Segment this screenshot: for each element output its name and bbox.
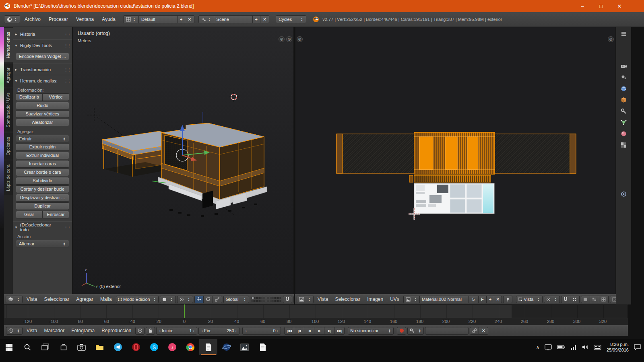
close-button[interactable]: ✕ [610,0,629,12]
timeline-scrub-area[interactable] [4,304,628,318]
touch-keyboard-icon[interactable] [594,345,601,350]
split-area-widget[interactable]: ⊕ [297,36,303,42]
editor-type-button[interactable] [297,296,314,303]
preview-range-toggle[interactable] [135,327,144,335]
make-edge-face-button[interactable]: Crear borde o cara [16,169,69,176]
jump-to-end-button[interactable]: ▶▶| [334,327,345,335]
loop-cut-slide-button[interactable]: Cortar y deslizar bucle [16,185,69,193]
scene-add-button[interactable]: + [253,15,260,23]
layout-add-button[interactable]: + [178,15,185,23]
layout-name[interactable]: Default [139,15,178,23]
tab-physics-icon[interactable] [619,189,628,198]
action-dropdown[interactable]: Alternar [16,240,69,247]
edge-slide-button[interactable]: Deslizar b [16,93,43,101]
scene-browse-button[interactable] [198,15,214,23]
inset-faces-button[interactable]: Insertar caras [16,160,69,168]
photos-app-button[interactable] [235,339,254,355]
camera-app-button[interactable] [72,339,91,355]
menu-procesar[interactable]: Procesar [45,16,72,22]
tab-scene-icon[interactable] [619,73,628,82]
itunes-app-button[interactable]: ♪ [163,339,181,355]
snap-element-select[interactable] [293,296,294,303]
panel-drag-handle-icon[interactable]: ⋮⋮ [64,68,70,72]
menu-vista[interactable]: Vista [24,296,40,302]
viewport-shading-select[interactable] [160,296,176,303]
tab-object-icon[interactable] [619,95,628,104]
uv-viewport[interactable]: ⊕ ⊕ [295,27,616,294]
display-tile-button-1[interactable] [581,296,590,303]
layout-delete-button[interactable]: ✕ [185,15,194,23]
spin-button[interactable]: Girar [16,211,43,218]
translate-manipulator-toggle[interactable] [194,296,204,303]
maximize-button[interactable]: □ [592,0,610,12]
opera-app-button[interactable] [127,339,145,355]
uv-snap-toggle[interactable] [561,296,570,303]
panel-header-historia[interactable]: ► Historia ⋮⋮ [14,30,70,38]
pivot-center-select[interactable] [177,296,193,303]
tool-tab-opciones[interactable]: Opciones [4,133,13,159]
editor-type-button[interactable] [6,296,23,303]
menu-fotograma[interactable]: Fotograma [68,328,97,333]
tab-world-icon[interactable] [619,84,628,93]
network-icon[interactable] [570,345,577,350]
scale-manipulator-toggle[interactable] [213,296,222,303]
panel-header-deseleccionar[interactable]: ▼ (De)seleccionar todo ⋮⋮ [14,223,70,231]
snap-toggle[interactable] [283,296,292,303]
split-area-widget[interactable]: ⊕ [286,36,292,42]
new-image-button[interactable]: + [487,296,494,303]
extrude-dropdown[interactable]: Extruir [16,135,69,142]
blender-menu-button[interactable] [4,15,20,23]
panel-header-transformacion[interactable]: ► Transformación ⋮⋮ [14,66,70,74]
jump-next-keyframe-button[interactable]: ▶| [324,327,334,335]
play-button[interactable]: ▶ [314,327,324,335]
display-tile-button-3[interactable] [599,296,609,303]
tool-tab-sombreado-uvs[interactable]: Sombreado / UVs [4,88,13,132]
planet-app-button[interactable] [217,339,235,355]
sync-mode-select[interactable]: No sincronizar [348,327,394,335]
menu-uvs[interactable]: UVs [387,296,402,302]
menu-reproduccion[interactable]: Reproducción [99,328,134,333]
image-users-count[interactable]: 5 [469,296,479,303]
transform-orientation-select[interactable]: Global [223,296,249,303]
uv-unwrap-scene[interactable] [295,27,616,294]
hidden-icons-button[interactable]: ∧ [536,345,539,350]
uv-pivot-select[interactable] [544,296,560,303]
menu-vista[interactable]: Vista [315,296,331,302]
unlink-image-button[interactable]: ✕ [494,296,502,303]
text-document-app-button[interactable] [254,339,272,355]
editor-type-button[interactable] [6,327,23,335]
panel-header-herram-mallas[interactable]: ▼ Herram. de mallas: ⋮⋮ [14,77,70,85]
smooth-vertex-button[interactable]: Suavizar vértices [16,110,69,118]
extrude-individual-button[interactable]: Extruir individual [16,152,69,159]
randomize-button[interactable]: Aleatorizar [16,119,69,126]
scene-delete-button[interactable]: ✕ [260,15,269,23]
properties-editor-type-icon[interactable] [619,29,628,38]
frame-end-field[interactable]: Fin: 250 [198,327,239,335]
panel-drag-handle-icon[interactable]: ⋮⋮ [64,225,70,230]
menu-seleccionar[interactable]: Seleccionar [332,296,363,302]
notepad-app-button-active[interactable] [199,339,217,355]
menu-ventana[interactable]: Ventana [72,16,97,22]
current-frame-field[interactable]: 0 [242,327,281,335]
draw-channel-button-1[interactable] [610,296,616,303]
panel-drag-handle-icon[interactable]: ⋮⋮ [64,79,70,83]
insert-keyframe-button[interactable] [470,327,479,335]
menu-seleccionar[interactable]: Seleccionar [41,296,72,302]
menu-vista[interactable]: Vista [24,328,40,333]
fake-user-toggle[interactable]: F [479,296,487,303]
split-area-widget[interactable]: ⊕ [279,36,285,42]
volume-icon[interactable] [582,344,588,350]
tablet-icon[interactable] [545,344,552,350]
tab-object-data-icon[interactable] [619,118,628,127]
extrude-region-button[interactable]: Extruir región [16,143,69,151]
noise-button[interactable]: Ruido [16,102,69,109]
viewport-3d[interactable]: Usuario (ortog) Meters z y (0) exterior … [72,27,294,294]
file-explorer-button[interactable] [91,339,109,355]
render-engine-select[interactable]: Cycles [276,15,306,23]
delete-keyframe-button[interactable]: ✕ [479,327,488,335]
tab-texture-icon[interactable] [619,140,628,149]
tab-modifiers-icon[interactable] [619,107,628,115]
subdivide-button[interactable]: Subdividir [16,177,69,185]
split-area-widget[interactable]: ⊕ [608,36,614,42]
panel-drag-handle-icon[interactable]: ⋮⋮ [64,43,70,48]
